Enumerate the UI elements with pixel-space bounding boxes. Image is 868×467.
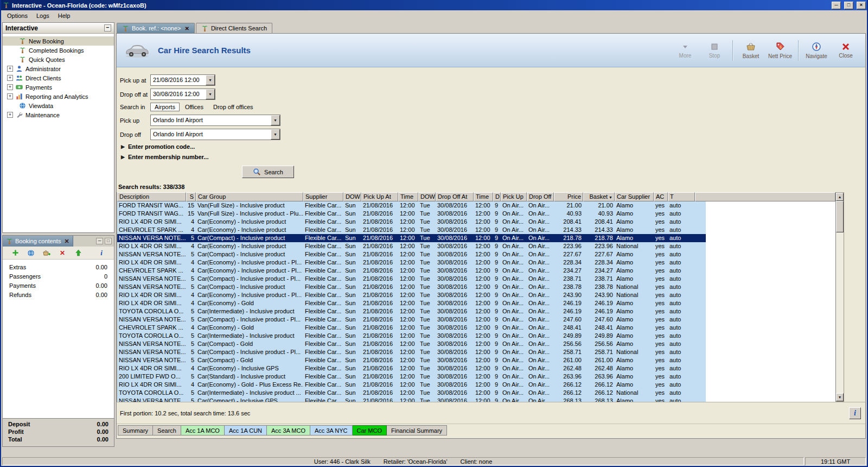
basket-button[interactable]: Basket bbox=[737, 38, 765, 63]
bottom-tab-car-mco[interactable]: Car MCO bbox=[353, 425, 387, 436]
booking-contents-row-passengers[interactable]: Passengers0 bbox=[3, 272, 114, 281]
sidebar-item-viewdata[interactable]: Viewdata bbox=[3, 101, 114, 110]
sidebar-item-maintenance[interactable]: +Maintenance bbox=[3, 110, 114, 119]
bottom-tab-search[interactable]: Search bbox=[153, 425, 181, 436]
column-header-time-9[interactable]: Time bbox=[474, 192, 493, 201]
sidebar-item-direct-clients[interactable]: +Direct Clients bbox=[3, 73, 114, 83]
menu-item-help[interactable]: Help bbox=[54, 11, 74, 20]
sidebar-item-completed-bookings[interactable]: Completed Bookings bbox=[3, 46, 114, 55]
scroll-down-button[interactable]: ▼ bbox=[836, 393, 844, 401]
sidebar-item-quick-quotes[interactable]: Quick Quotes bbox=[3, 55, 114, 64]
panel-minimize-button[interactable]: ─ bbox=[96, 238, 103, 244]
results-row[interactable]: RIO LX 4DR OR SIMI...4Car(Economy) - Gol… bbox=[117, 381, 706, 389]
column-header-pick-up-at-5[interactable]: Pick Up At bbox=[361, 192, 398, 201]
results-row[interactable]: TOYOTA COROLLA O...5Car(Intermediate) - … bbox=[117, 389, 706, 397]
chevron-down-icon[interactable]: ▼ bbox=[206, 89, 215, 99]
close-booking-contents-icon[interactable]: ✕ bbox=[64, 238, 69, 245]
tab-direct-clients-search[interactable]: Direct Clients Search bbox=[196, 23, 272, 33]
tab-book-ref-none[interactable]: Book. ref.: <none>✕ bbox=[117, 23, 195, 33]
bottom-tab-financial-summary[interactable]: Financial Summary bbox=[387, 425, 447, 436]
results-row[interactable]: FORD TRANSIT WAG...15Van(Full Size) - In… bbox=[117, 201, 706, 210]
results-row[interactable]: NISSAN VERSA NOTE...5Car(Compact) - Gold… bbox=[117, 340, 706, 348]
maximize-button[interactable]: □ bbox=[844, 2, 853, 9]
column-header-description-0[interactable]: Description bbox=[117, 192, 186, 201]
scroll-up-button[interactable]: ▲ bbox=[836, 193, 844, 201]
chevron-down-icon[interactable]: ▼ bbox=[271, 115, 280, 125]
results-row[interactable]: NISSAN VERSA NOTE...5Car(Compact) - Incl… bbox=[117, 234, 706, 242]
sidebar-item-reporting-and-analytics[interactable]: +Reporting and Analytics bbox=[3, 92, 114, 101]
enter-membership-number-expander[interactable]: ▶Enter membership number... bbox=[121, 154, 865, 160]
world-button[interactable] bbox=[25, 248, 36, 258]
search-in-option-offices[interactable]: Offices bbox=[181, 103, 208, 111]
expand-toggle-icon[interactable]: + bbox=[7, 112, 13, 118]
drop-off-at-combo[interactable]: 30/08/2016 12:00▼ bbox=[150, 89, 215, 100]
results-row[interactable]: RIO LX 4DR OR SIMI...4Car(Economy) - Inc… bbox=[117, 258, 706, 267]
expand-toggle-icon[interactable]: + bbox=[7, 66, 13, 72]
results-row[interactable]: NISSAN VERSA NOTE...5Car(Compact) - Incl… bbox=[117, 250, 706, 258]
results-row[interactable]: NISSAN VERSA NOTE...5Car(Compact) - Incl… bbox=[117, 315, 706, 324]
expand-toggle-icon[interactable]: + bbox=[7, 93, 13, 99]
results-row[interactable]: RIO LX 4DR OR SIMI...4Car(Economy) - Inc… bbox=[117, 242, 706, 250]
panel-maximize-button[interactable]: □ bbox=[105, 238, 112, 244]
scrollbar-track[interactable] bbox=[836, 232, 844, 393]
delete-button[interactable]: ✕ bbox=[57, 248, 68, 258]
navigate-button[interactable]: Navigate bbox=[802, 38, 831, 63]
results-row[interactable]: NISSAN VERSA NOTE...5Car(Compact) - Incl… bbox=[117, 348, 706, 356]
sidebar-item-new-booking[interactable]: New Booking bbox=[3, 36, 114, 46]
column-header-drop-off-at-8[interactable]: Drop Off At bbox=[436, 192, 474, 201]
expand-toggle-icon[interactable]: + bbox=[7, 75, 13, 81]
add-button[interactable] bbox=[10, 248, 21, 258]
column-header-basket-14[interactable]: Basket▼ bbox=[583, 192, 615, 201]
scrollbar-thumb[interactable] bbox=[836, 201, 844, 232]
bottom-tab-acc-1a-mco[interactable]: Acc 1A MCO bbox=[181, 425, 225, 436]
search-button[interactable]: Search bbox=[242, 166, 294, 178]
booking-contents-row-extras[interactable]: Extras0.00 bbox=[3, 262, 114, 272]
bottom-tab-acc-3a-mco[interactable]: Acc 3A MCO bbox=[267, 425, 310, 436]
chevron-down-icon[interactable]: ▼ bbox=[271, 129, 280, 140]
results-row[interactable]: RIO LX 4DR OR SIMI...4Car(Economy) - Inc… bbox=[117, 291, 706, 299]
results-row[interactable]: NISSAN VERSA NOTE...5Car(Compact) - Incl… bbox=[117, 283, 706, 291]
minimize-button[interactable]: ─ bbox=[832, 2, 841, 9]
column-header-car-supplier-15[interactable]: Car Supplier bbox=[615, 192, 654, 201]
column-header-pick-up-11[interactable]: Pick Up bbox=[501, 192, 527, 201]
column-header-car-group-2[interactable]: Car Group bbox=[196, 192, 303, 201]
basket-add-button[interactable] bbox=[41, 248, 52, 258]
column-header-dow-4[interactable]: DOW bbox=[343, 192, 361, 201]
close-window-button[interactable]: × bbox=[857, 2, 866, 9]
results-row[interactable]: CHEVROLET SPARK ...4Car(Economy) - Inclu… bbox=[117, 267, 706, 275]
bottom-tab-summary[interactable]: Summary bbox=[118, 425, 153, 436]
results-row[interactable]: FORD TRANSIT WAG...15Van(Full Size) - In… bbox=[117, 210, 706, 218]
results-row[interactable]: RIO LX 4DR OR SIMI...4Car(Economy) - Gol… bbox=[117, 299, 706, 307]
results-row[interactable]: NISSAN VERSA NOTE...5Car(Compact) - Incl… bbox=[117, 275, 706, 283]
booking-contents-row-refunds[interactable]: Refunds0.00 bbox=[3, 290, 114, 299]
column-header-d-10[interactable]: D bbox=[493, 192, 501, 201]
column-header-supplier-3[interactable]: Supplier bbox=[303, 192, 343, 201]
column-header-s-1[interactable]: S bbox=[186, 192, 196, 201]
results-row[interactable]: RIO LX 4DR OR SIMI...4Car(Economy) - Inc… bbox=[117, 364, 706, 373]
results-row[interactable]: NISSAN VERSA NOTE...5Car(Compact) - Incl… bbox=[117, 397, 706, 402]
info-button[interactable]: i bbox=[96, 248, 107, 258]
results-row[interactable]: 200 LIMITED FWD O...5Car(Standard) - Inc… bbox=[117, 373, 706, 381]
menu-item-logs[interactable]: Logs bbox=[33, 11, 53, 20]
vertical-scrollbar[interactable]: ▲ ▼ bbox=[835, 192, 844, 402]
menu-item-options[interactable]: Options bbox=[3, 11, 31, 20]
bottom-tab-acc-3a-nyc[interactable]: Acc 3A NYC bbox=[310, 425, 353, 436]
column-header-time-6[interactable]: Time bbox=[398, 192, 418, 201]
nett-price-button[interactable]: $Nett Price bbox=[766, 38, 794, 63]
promote-button[interactable] bbox=[73, 248, 84, 258]
expand-toggle-icon[interactable]: + bbox=[7, 84, 13, 90]
results-row[interactable]: TOYOTA COROLLA O...5Car(Intermediate) - … bbox=[117, 332, 706, 340]
info-button[interactable]: i bbox=[849, 407, 861, 419]
bottom-tab-acc-1a-cun[interactable]: Acc 1A CUN bbox=[225, 425, 267, 436]
column-header-t-17[interactable]: T bbox=[668, 192, 695, 201]
column-header-price-13[interactable]: Price bbox=[554, 192, 583, 201]
column-header-ac-16[interactable]: AC bbox=[654, 192, 668, 201]
column-header-drop-off-12[interactable]: Drop Off bbox=[527, 192, 554, 201]
results-row[interactable]: RIO LX 4DR OR SIMI...4Car(Economy) - Inc… bbox=[117, 218, 706, 226]
search-in-option-airports[interactable]: Airports bbox=[150, 103, 180, 111]
results-row[interactable]: CHEVROLET SPARK ...4Car(Economy) - Inclu… bbox=[117, 226, 706, 234]
close-button[interactable]: Close bbox=[832, 38, 860, 63]
sidebar-item-payments[interactable]: +Payments bbox=[3, 83, 114, 92]
results-row[interactable]: NISSAN VERSA NOTE...5Car(Compact) - Gold… bbox=[117, 356, 706, 364]
chevron-down-icon[interactable]: ▼ bbox=[206, 75, 215, 85]
